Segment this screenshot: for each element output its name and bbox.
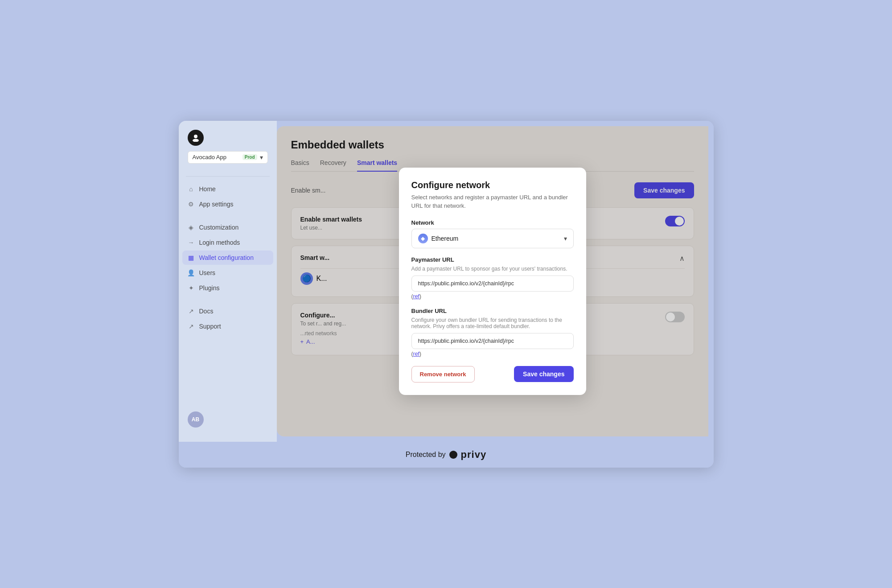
sidebar-gap-2 [182,296,273,303]
footer-text: Protected by [406,451,446,459]
env-badge: Prod [243,154,257,160]
bundler-label: Bundler URL [411,308,574,314]
wallet-icon: ▦ [188,254,195,261]
network-label: Network [411,219,574,226]
paymaster-input-wrapper [411,275,574,292]
svg-point-0 [194,135,197,138]
paymaster-desc: Add a paymaster URL to sponsor gas for y… [411,266,574,272]
plugins-icon: ✦ [188,284,195,292]
modal-desc: Select networks and register a paymaster… [411,193,574,210]
network-select[interactable]: ◆ Ethereum ▾ [411,229,574,248]
configure-network-modal: Configure network Select networks and re… [399,168,586,395]
bundler-ref-link[interactable]: ref [413,351,420,357]
sidebar-item-label: Login methods [199,239,240,246]
modal-title: Configure network [411,180,574,190]
avatar[interactable]: AB [188,411,204,428]
app-selector[interactable]: Avocado App Prod ▾ [188,151,268,164]
bundler-url-input[interactable] [411,333,574,349]
sidebar-item-login-methods[interactable]: → Login methods [182,235,273,250]
sidebar-item-label: Support [199,323,221,330]
ethereum-icon: ◆ [418,234,428,243]
bundler-field-block: Bundler URL Configure your own bundler U… [411,308,574,357]
sidebar-item-label: App settings [199,201,234,208]
privy-dot-icon [449,451,457,459]
palette-icon: ◈ [188,224,195,231]
sidebar-item-label: Plugins [199,284,220,292]
modal-overlay: Configure network Select networks and re… [277,126,708,436]
sidebar-item-docs[interactable]: ↗ Docs [182,304,273,318]
sidebar-item-label: Users [199,269,216,276]
sidebar-nav: ⌂ Home ⚙ App settings ◈ Customization → … [179,182,277,406]
chevron-down-icon: ▾ [564,235,567,242]
paymaster-field-block: Paymaster URL Add a paymaster URL to spo… [411,256,574,300]
app-name: Avocado App [193,154,226,160]
sidebar-item-label: Wallet configuration [199,254,254,261]
users-icon: 👤 [188,269,195,276]
gear-icon: ⚙ [188,201,195,208]
sidebar-item-app-settings[interactable]: ⚙ App settings [182,197,273,211]
sidebar-bottom: AB [179,406,277,433]
paymaster-ref-link[interactable]: ref [413,293,420,300]
paymaster-ref-note: (ref) [411,293,574,300]
bundler-ref-note: (ref) [411,351,574,357]
sidebar-item-wallet-configuration[interactable]: ▦ Wallet configuration [182,251,273,265]
sidebar-item-label: Customization [199,224,239,231]
chevron-down-icon: ▾ [260,154,263,161]
sidebar-item-users[interactable]: 👤 Users [182,266,273,280]
sidebar-item-customization[interactable]: ◈ Customization [182,220,273,234]
network-select-value: ◆ Ethereum [418,234,459,243]
modal-footer: Remove network Save changes [411,366,574,382]
remove-network-button[interactable]: Remove network [411,366,475,382]
network-field-block: Network ◆ Ethereum ▾ [411,219,574,248]
svg-point-1 [193,139,199,142]
paymaster-label: Paymaster URL [411,256,574,263]
sidebar-item-home[interactable]: ⌂ Home [182,182,273,196]
save-changes-modal-button[interactable]: Save changes [514,366,573,382]
privy-brand: privy [461,449,487,461]
paymaster-url-input[interactable] [411,275,574,292]
main-content: Embedded wallets Basics Recovery Smart w… [277,126,708,436]
login-icon: → [188,239,195,246]
logo-avatar [188,130,204,146]
app-footer: Protected by privy [179,442,714,468]
sidebar: Avocado App Prod ▾ ⌂ Home ⚙ App settings… [179,121,277,442]
sidebar-item-plugins[interactable]: ✦ Plugins [182,281,273,295]
sidebar-item-label: Docs [199,308,214,315]
sidebar-gap [182,212,273,219]
sidebar-divider [186,176,270,177]
home-icon: ⌂ [188,185,195,193]
sidebar-item-label: Home [199,185,216,193]
bundler-desc: Configure your own bundler URL for sendi… [411,317,574,329]
sidebar-item-support[interactable]: ↗ Support [182,319,273,333]
support-icon: ↗ [188,323,195,330]
sidebar-logo: Avocado App Prod ▾ [179,130,277,171]
external-link-icon: ↗ [188,308,195,315]
